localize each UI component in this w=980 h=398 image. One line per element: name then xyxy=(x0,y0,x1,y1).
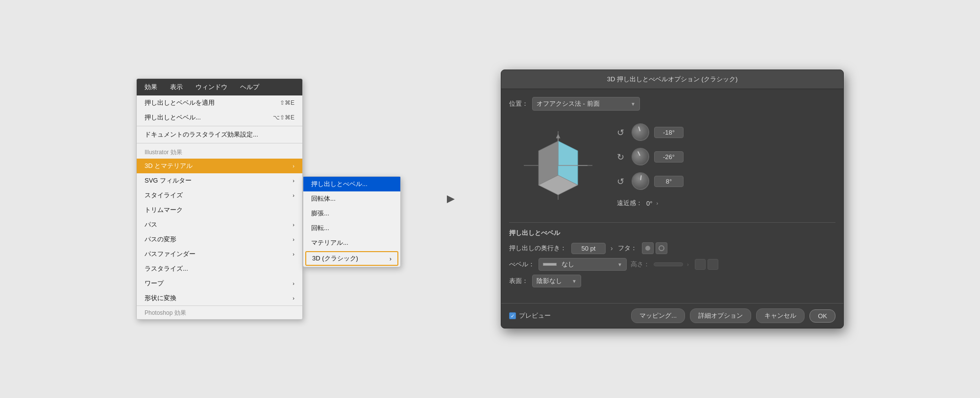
cap-filled-icon[interactable] xyxy=(642,242,654,254)
cube-preview xyxy=(509,117,607,214)
rotation-controls: ↺ -18° ↻ -26° ↺ 8° 遠近感： xyxy=(617,117,684,214)
menu-item-rasterize[interactable]: ラスタライズ... xyxy=(137,261,302,276)
depth-input[interactable]: 50 pt xyxy=(571,243,606,254)
menu-item-path[interactable]: パス › xyxy=(137,217,302,232)
cancel-button[interactable]: キャンセル xyxy=(756,308,805,323)
submenu-item-3d-classic[interactable]: 3D (クラシック) › xyxy=(305,251,398,266)
menu-area: 効果 表示 ウィンドウ ヘルプ 押し出しとベベルを適用 ⇧⌘E 押し出しとベベル… xyxy=(136,78,401,320)
chevron-icon-path-t: › xyxy=(293,236,294,242)
perspective-row: 遠近感： 0° › xyxy=(617,199,684,208)
rotation-z-row: ↺ 8° xyxy=(617,172,684,190)
height-input xyxy=(654,262,683,266)
preview-label: プレビュー xyxy=(519,311,551,320)
menu-header: 効果 表示 ウィンドウ ヘルプ xyxy=(137,79,302,95)
3d-preview-area: ↺ -18° ↻ -26° ↺ 8° 遠近感： xyxy=(509,117,835,214)
ok-button[interactable]: OK xyxy=(809,309,835,323)
chevron-icon-svg: › xyxy=(293,178,294,184)
bevel-label: べベル： xyxy=(509,260,535,269)
chevron-icon-warp: › xyxy=(293,281,294,286)
rotation-y-value[interactable]: -26° xyxy=(654,151,684,163)
menu-item-rasterize-settings[interactable]: ドキュメントのラスタライズ効果設定... xyxy=(137,127,302,142)
surface-select[interactable]: 陰影なし ▼ xyxy=(532,275,581,287)
preview-checkbox[interactable]: ✓ xyxy=(509,312,516,319)
rotation-y-row: ↻ -26° xyxy=(617,148,684,165)
divider-1 xyxy=(137,126,302,126)
dialog-body: 位置： オフアクシス法 - 前面 ▼ xyxy=(501,89,843,303)
dropdown-arrow-icon: ▼ xyxy=(631,101,636,107)
surface-row: 表面： 陰影なし ▼ xyxy=(509,275,835,287)
rotation-x-row: ↺ -18° xyxy=(617,123,684,141)
rotation-y-dial[interactable] xyxy=(629,145,652,168)
position-label: 位置： xyxy=(509,99,528,108)
chevron-icon: › xyxy=(293,163,294,169)
perspective-value[interactable]: 0° xyxy=(646,200,652,207)
dialog-title: 3D 押し出しとべベルオプション (クラシック) xyxy=(501,70,843,89)
menu-item-bevel[interactable]: 押し出しとベベル... ⌥⇧⌘E xyxy=(137,110,302,125)
rotation-x-dial[interactable] xyxy=(629,121,651,143)
advanced-options-button[interactable]: 詳細オプション xyxy=(690,308,751,323)
bevel-line-icon xyxy=(543,263,557,266)
cap-label: フタ： xyxy=(618,244,637,253)
depth-label: 押し出しの奥行き： xyxy=(509,244,566,253)
perspective-label: 遠近感： xyxy=(617,199,642,208)
height-icon-1[interactable] xyxy=(695,259,706,270)
submenu-item-inflate[interactable]: 膨張... xyxy=(303,206,400,221)
bevel-select[interactable]: なし ▼ xyxy=(539,258,627,271)
cube-svg xyxy=(519,126,597,205)
chevron-icon-pf: › xyxy=(293,251,294,257)
menu-item-3d-material[interactable]: 3D とマテリアル › xyxy=(137,159,302,173)
submenu-item-material[interactable]: マテリアル... xyxy=(303,235,400,250)
height-icons xyxy=(695,259,718,270)
menu-header-window[interactable]: ウィンドウ xyxy=(194,82,229,93)
submenu-item-revolve[interactable]: 回転体... xyxy=(303,191,400,206)
divider-2 xyxy=(137,143,302,143)
rotation-z-icon: ↺ xyxy=(617,176,627,186)
menu-item-trim[interactable]: トリムマーク xyxy=(137,203,302,217)
surface-label: 表面： xyxy=(509,277,528,285)
menu-item-shape[interactable]: 形状に変換 › xyxy=(137,291,302,305)
section-label-illustrator: Illustrator 効果 xyxy=(137,144,302,159)
depth-chevron-icon: › xyxy=(611,244,613,252)
submenu-item-extrude[interactable]: 押し出しとべベル... xyxy=(303,177,400,191)
menu-item-path-transform[interactable]: パスの変形 › xyxy=(137,232,302,247)
bevel-row: べベル： なし ▼ 高さ： › xyxy=(509,258,835,271)
menu-header-hyoji[interactable]: 表示 xyxy=(168,82,185,93)
chevron-icon-shape: › xyxy=(293,295,294,301)
menu-body: 押し出しとベベルを適用 ⇧⌘E 押し出しとベベル... ⌥⇧⌘E ドキュメントの… xyxy=(137,95,302,319)
menu-item-warp[interactable]: ワープ › xyxy=(137,276,302,291)
menu-header-kouka[interactable]: 効果 xyxy=(143,82,159,93)
mapping-button[interactable]: マッピング... xyxy=(631,308,685,323)
menu-header-help[interactable]: ヘルプ xyxy=(238,82,261,93)
height-chevron-icon: › xyxy=(687,261,689,267)
menu-item-svg-filter[interactable]: SVG フィルター › xyxy=(137,173,302,188)
dialog-3d-extrude: 3D 押し出しとべベルオプション (クラシック) 位置： オフアクシス法 - 前… xyxy=(501,70,844,328)
section-title-bevel: 押し出しとべベル xyxy=(509,229,835,237)
depth-row: 押し出しの奥行き： 50 pt › フタ： xyxy=(509,242,835,254)
svg-point-9 xyxy=(645,246,650,251)
rotation-z-dial[interactable] xyxy=(631,171,651,191)
cap-empty-icon[interactable] xyxy=(656,242,667,254)
rotation-x-icon: ↺ xyxy=(617,127,627,137)
chevron-icon-3d: › xyxy=(390,255,392,262)
height-icon-2[interactable] xyxy=(708,259,718,270)
bevel-dropdown-arrow: ▼ xyxy=(617,262,622,267)
menu-item-pathfinder[interactable]: パスファインダー › xyxy=(137,247,302,261)
menu-item-stylize[interactable]: スタイライズ › xyxy=(137,188,302,203)
main-menu: 効果 表示 ウィンドウ ヘルプ 押し出しとベベルを適用 ⇧⌘E 押し出しとベベル… xyxy=(136,78,303,320)
arrow-separator xyxy=(430,193,471,205)
perspective-chevron-icon: › xyxy=(656,200,658,206)
chevron-icon-path: › xyxy=(293,222,294,228)
rotation-y-icon: ↻ xyxy=(617,152,627,162)
section-label-photoshop: Photoshop 効果 xyxy=(137,305,302,319)
submenu-item-rotate[interactable]: 回転... xyxy=(303,221,400,235)
cap-icons xyxy=(642,242,667,254)
position-select[interactable]: オフアクシス法 - 前面 ▼ xyxy=(532,97,640,111)
rotation-x-value[interactable]: -18° xyxy=(654,127,684,138)
section-divider xyxy=(509,222,835,223)
preview-checkbox-row: ✓ プレビュー xyxy=(509,311,551,320)
position-row: 位置： オフアクシス法 - 前面 ▼ xyxy=(509,97,835,111)
menu-item-apply[interactable]: 押し出しとベベルを適用 ⇧⌘E xyxy=(137,95,302,110)
chevron-icon-stylize: › xyxy=(293,192,294,198)
rotation-z-value[interactable]: 8° xyxy=(654,176,684,187)
sub-menu: 押し出しとべベル... 回転体... 膨張... 回転... マテリアル... … xyxy=(303,176,401,267)
